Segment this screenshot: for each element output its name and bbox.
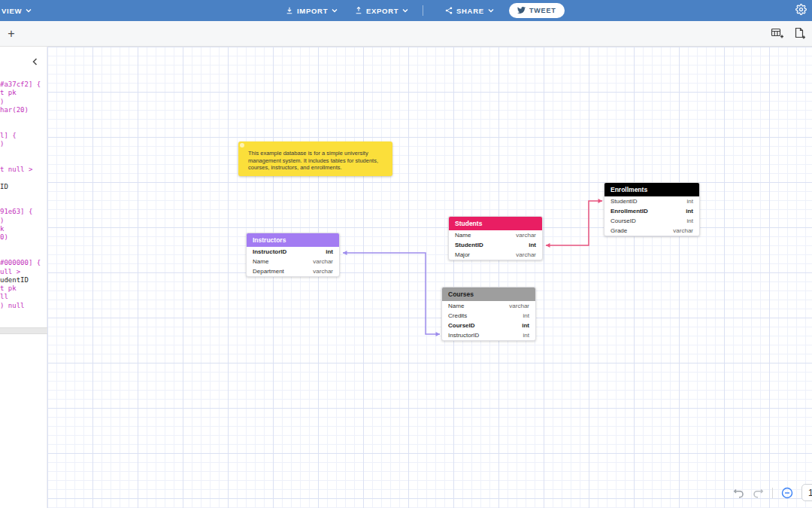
er-field-department[interactable]: Departmentvarchar — [247, 266, 339, 276]
relationship-arrowhead — [598, 199, 603, 203]
relationship-students-enrollments[interactable] — [546, 201, 602, 245]
code-line: ) — [0, 98, 47, 106]
undo-button[interactable] — [733, 487, 744, 498]
field-name: Name — [253, 258, 268, 265]
er-table-header[interactable]: Courses — [442, 287, 535, 301]
chevron-down-icon — [402, 8, 408, 13]
diagram-canvas[interactable]: This example database is for a simple un… — [47, 47, 812, 508]
code-line: udentID — [0, 276, 47, 284]
er-table-header[interactable]: Enrollments — [604, 183, 699, 196]
field-type: varchar — [516, 251, 536, 258]
relationship-instructors-courses[interactable] — [343, 253, 440, 334]
menubar: VIEW IMPORT EXPORT — [0, 0, 812, 21]
er-field-studentid[interactable]: StudentIDint — [604, 196, 699, 206]
zoom-out-button[interactable] — [781, 487, 793, 499]
settings-button[interactable] — [795, 0, 807, 21]
code-line — [0, 199, 47, 208]
field-name: Name — [448, 303, 464, 309]
menu-share[interactable]: SHARE — [439, 0, 500, 21]
menu-import[interactable]: IMPORT — [280, 0, 344, 21]
export-icon — [355, 7, 362, 14]
code-line: l] { — [0, 132, 47, 140]
zoom-level-display[interactable]: 100% — [801, 484, 812, 501]
relationship-arrowhead — [546, 243, 550, 248]
er-table-students[interactable]: StudentsNamevarcharStudentIDintMajorvarc… — [448, 216, 543, 260]
sticky-note[interactable]: This example database is for a simple un… — [238, 141, 392, 176]
code-line — [0, 157, 47, 166]
field-name: CourseID — [448, 322, 475, 329]
field-type: int — [687, 198, 693, 205]
share-icon — [445, 7, 453, 14]
code-line — [0, 114, 47, 123]
editor-scrollbar[interactable] — [0, 327, 47, 334]
add-table-icon — [771, 29, 783, 42]
tabbar: + — [0, 21, 812, 47]
er-table-header[interactable]: Instructors — [247, 233, 339, 247]
add-note-button[interactable] — [793, 27, 806, 40]
field-type: varchar — [673, 227, 693, 234]
editor-sidebar: #a37cf2] {t pk)har(20) l] {) t null > ID… — [0, 47, 47, 508]
code-line: 0) — [0, 233, 47, 242]
code-line: t pk — [0, 89, 47, 97]
gear-icon — [795, 4, 807, 18]
code-line — [0, 242, 47, 251]
chevron-down-icon — [332, 8, 338, 13]
er-table-enrollments[interactable]: EnrollmentsStudentIDintEnrollmentIDintCo… — [604, 182, 700, 236]
er-field-grade[interactable]: Gradevarchar — [604, 226, 699, 236]
field-type: int — [686, 208, 693, 214]
field-type: int — [523, 332, 529, 339]
field-name: Department — [253, 268, 284, 275]
code-line — [0, 123, 47, 131]
tweet-button-label: TWEET — [529, 7, 556, 14]
import-icon — [286, 7, 293, 14]
code-line: ull > — [0, 268, 47, 276]
field-name: StudentID — [455, 242, 483, 248]
er-table-header[interactable]: Students — [449, 217, 542, 230]
field-name: StudentID — [611, 198, 638, 205]
field-name: Grade — [611, 227, 627, 234]
field-type: int — [529, 242, 536, 248]
er-field-instructorid[interactable]: InstructorIDint — [442, 330, 535, 340]
er-field-name[interactable]: Namevarchar — [449, 230, 542, 240]
field-name: Name — [455, 232, 471, 239]
code-line: 91e63] { — [0, 208, 47, 216]
er-field-enrollmentid[interactable]: EnrollmentIDint — [604, 206, 699, 216]
field-name: InstructorID — [253, 248, 286, 255]
menu-share-label: SHARE — [456, 7, 484, 15]
er-field-major[interactable]: Majorvarchar — [449, 250, 542, 260]
field-type: varchar — [516, 232, 536, 239]
er-field-name[interactable]: Namevarchar — [247, 257, 339, 266]
er-field-studentid[interactable]: StudentIDint — [449, 240, 542, 250]
chevron-down-icon — [488, 8, 494, 13]
code-line: t null > — [0, 166, 47, 174]
field-type: varchar — [313, 268, 333, 275]
field-type: int — [523, 312, 529, 319]
menu-export[interactable]: EXPORT — [349, 0, 414, 21]
dbml-code-editor[interactable]: #a37cf2] {t pk)har(20) l] {) t null > ID… — [0, 81, 47, 310]
tweet-button[interactable]: TWEET — [509, 3, 565, 18]
add-note-icon — [793, 29, 806, 42]
zoom-out-icon — [781, 488, 793, 501]
code-line: ll — [0, 293, 47, 301]
er-table-courses[interactable]: CoursesNamevarcharCreditsintCourseIDintI… — [441, 287, 536, 341]
add-table-button[interactable] — [771, 27, 783, 40]
code-line: har(20) — [0, 106, 47, 114]
er-field-credits[interactable]: Creditsint — [442, 311, 535, 321]
field-name: InstructorID — [448, 332, 479, 339]
code-line — [0, 148, 47, 157]
add-tab-button[interactable]: + — [5, 27, 18, 41]
menu-view[interactable]: VIEW — [0, 0, 38, 21]
menu-export-label: EXPORT — [366, 7, 398, 15]
note-handle-dot — [240, 143, 244, 148]
app-window: VIEW IMPORT EXPORT — [0, 0, 812, 508]
collapse-sidebar-button[interactable] — [31, 56, 40, 65]
code-line: k — [0, 225, 47, 233]
code-line: ) — [0, 217, 47, 225]
er-field-courseid[interactable]: CourseIDint — [604, 216, 699, 226]
er-field-courseid[interactable]: CourseIDint — [442, 321, 535, 330]
redo-button[interactable] — [753, 487, 764, 498]
er-field-name[interactable]: Namevarchar — [442, 301, 535, 311]
er-table-instructors[interactable]: InstructorsInstructorIDintNamevarcharDep… — [246, 233, 340, 277]
field-name: CourseID — [611, 217, 636, 224]
er-field-instructorid[interactable]: InstructorIDint — [247, 247, 339, 257]
